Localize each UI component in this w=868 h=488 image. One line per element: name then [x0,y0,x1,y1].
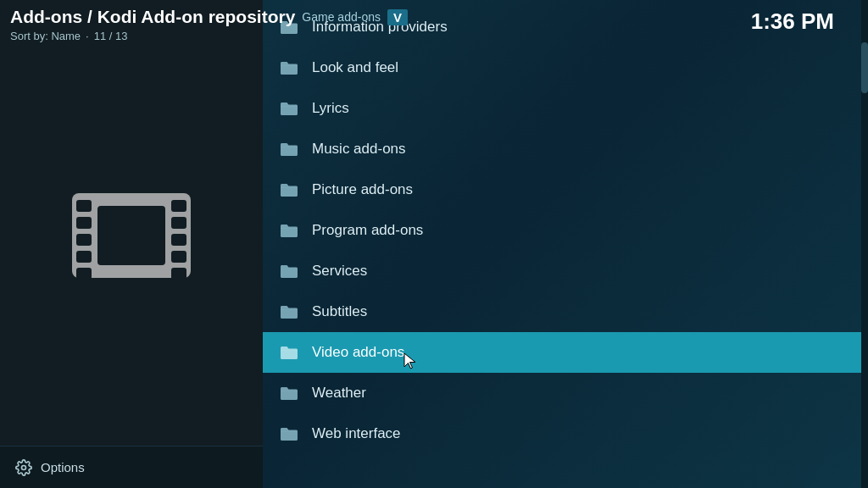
list-panel: 1:36 PM Information providers Look and f… [263,0,868,488]
list-item-services[interactable]: Services [263,251,868,291]
list-item-subtitles[interactable]: Subtitles [263,291,868,332]
svg-rect-2 [76,200,92,212]
page-title: Add-ons / Kodi Add-on repository [10,7,295,27]
folder-icon [280,60,298,75]
sort-label: Sort by: Name [10,30,81,42]
item-label-services: Services [312,263,367,280]
svg-rect-1 [97,206,165,265]
list-item-program-add-ons[interactable]: Program add-ons [263,210,868,251]
item-label-weather: Weather [312,385,366,402]
item-label-program-add-ons: Program add-ons [312,222,423,239]
list-item-web-interface[interactable]: Web interface [263,413,868,454]
scrollbar-thumb[interactable] [861,42,868,93]
svg-rect-6 [76,268,92,280]
folder-icon [280,141,298,157]
list-item-weather[interactable]: Weather [263,373,868,413]
options-bar[interactable]: Options [0,446,263,488]
item-label-video-add-ons: Video add-ons [312,344,404,361]
svg-rect-7 [171,200,186,212]
header-time: 1:36 PM [751,8,851,35]
folder-icon [280,304,298,319]
item-label-picture-add-ons: Picture add-ons [312,181,413,198]
scrollbar[interactable] [861,0,868,488]
list-item-picture-add-ons[interactable]: Picture add-ons [263,169,868,210]
list-item-lyrics[interactable]: Lyrics [263,88,868,129]
gear-icon [15,459,32,476]
item-label-look-and-feel: Look and feel [312,59,398,76]
folder-icon [280,345,298,360]
left-panel [0,0,263,488]
options-label: Options [41,460,85,474]
folder-icon [280,101,298,116]
folder-icon [280,223,298,238]
list-item-video-add-ons[interactable]: Video add-ons [263,332,868,373]
item-label-lyrics: Lyrics [312,100,349,117]
folder-icon [280,426,298,441]
folder-icon [280,182,298,197]
svg-rect-8 [171,217,186,229]
folder-icon [280,385,298,401]
item-label-music-add-ons: Music add-ons [312,141,406,158]
subtitle-category: Game add-ons [302,10,381,24]
count-label: 11 / 13 [94,30,128,42]
svg-rect-5 [76,251,92,263]
svg-rect-4 [76,234,92,246]
film-icon [64,176,199,295]
list-item-music-add-ons[interactable]: Music add-ons [263,129,868,169]
svg-rect-9 [171,234,186,246]
v-logo: V [387,9,408,25]
svg-rect-11 [171,268,186,280]
separator: · [86,30,89,42]
svg-point-12 [22,465,26,469]
item-label-subtitles: Subtitles [312,303,367,320]
folder-icon [280,263,298,279]
item-label-web-interface: Web interface [312,425,401,442]
header-title-area: Add-ons / Kodi Add-on repository Game ad… [10,7,408,42]
list-container: Information providers Look and feel Lyri… [263,0,868,454]
svg-rect-3 [76,217,92,229]
svg-rect-10 [171,251,186,263]
